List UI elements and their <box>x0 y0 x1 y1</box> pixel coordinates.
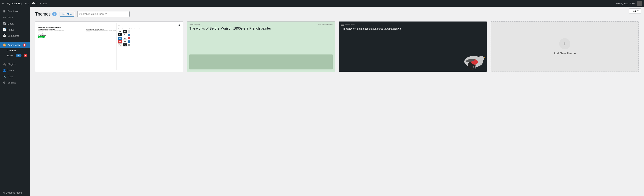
sidebar-item-editor[interactable]: Editor beta 2 <box>5 53 30 58</box>
themes-count-badge: 3 <box>52 12 56 16</box>
svg-rect-0 <box>341 24 344 24</box>
media-icon: 🖼 <box>2 22 6 25</box>
help-button[interactable]: Help ▾ <box>629 9 641 14</box>
sidebar-item-dashboard[interactable]: ⊞ Dashboard <box>0 8 30 15</box>
updates-icon: ↻ <box>25 2 27 5</box>
add-new-theme-label: Add New Theme <box>554 52 576 55</box>
add-new-theme-card[interactable]: + Add New Theme <box>491 21 639 72</box>
appearance-badge: 1 <box>23 43 26 47</box>
appearance-submenu: Themes Editor beta 2 <box>0 48 30 58</box>
chevron-down-icon: ▾ <box>637 10 638 12</box>
comment-icon: 💬 <box>32 2 35 5</box>
theme-name-tt2: Twenty Twenty-Two <box>339 72 487 72</box>
pages-icon: 📄 <box>2 28 6 31</box>
wp-logo[interactable]: ⊕ <box>2 2 4 5</box>
top-bar: ⊕ My Great Blog ↻ 1 💬 0 + New Howdy, dee… <box>0 0 644 7</box>
theme-card-tt1[interactable]: TWENTY TWENTY-ONE ABOUT WORK BLOG CONTAC… <box>187 21 335 72</box>
theme-name-tt1: Twenty Twenty-One <box>187 72 335 72</box>
sidebar-item-comments[interactable]: 💬 Comments <box>0 33 30 39</box>
svg-rect-1 <box>341 25 344 25</box>
themes-header: Themes 3 Add New <box>35 11 639 17</box>
sidebar-item-pages[interactable]: 📄 Pages <box>0 27 30 33</box>
theme-card-tt2[interactable]: About Birds All Posts The Hatchery: a bl… <box>339 21 487 72</box>
svg-point-4 <box>478 56 484 62</box>
updates-item[interactable]: ↻ 1 <box>25 2 29 5</box>
editor-beta-badge: beta <box>16 54 22 57</box>
svg-rect-2 <box>341 25 344 26</box>
sidebar: ⊞ Dashboard ✏ Posts 🖼 Media 📄 Pages 💬 Co… <box>0 7 30 196</box>
collapse-menu-button[interactable]: ◀ Collapse menu <box>0 189 30 196</box>
sidebar-item-appearance[interactable]: 🎨 Appearance 1 <box>0 42 30 48</box>
sidebar-item-users[interactable]: 👤 Users <box>0 67 30 73</box>
users-icon: 👤 <box>2 68 6 72</box>
sidebar-item-themes[interactable]: Themes <box>5 48 30 53</box>
avatar <box>637 1 642 6</box>
add-plus-icon: + <box>559 38 570 49</box>
sidebar-item-media[interactable]: 🖼 Media <box>0 21 30 27</box>
comments-icon: 💬 <box>2 34 6 38</box>
theme-card-tt3-footer: Active: Twenty Twenty-Three Customize <box>35 72 183 72</box>
theme-preview-tt2: About Birds All Posts The Hatchery: a bl… <box>339 22 487 72</box>
theme-card-tt3[interactable]: FYS About Books All Posts Mindblown: a b… <box>35 21 183 72</box>
howdy-text: Howdy, dee35007 <box>616 2 635 5</box>
comments-item[interactable]: 💬 0 <box>32 2 37 5</box>
new-content-button[interactable]: + New <box>40 2 47 5</box>
themes-grid: FYS About Books All Posts Mindblown: a b… <box>35 21 639 72</box>
theme-preview-tt3: FYS About Books All Posts Mindblown: a b… <box>35 22 183 72</box>
collapse-icon: ◀ <box>2 191 4 194</box>
theme-preview-tt1: TWENTY TWENTY-ONE ABOUT WORK BLOG CONTAC… <box>187 22 335 72</box>
search-input[interactable] <box>77 11 130 17</box>
dashboard-icon: ⊞ <box>2 10 6 13</box>
sidebar-item-posts[interactable]: ✏ Posts <box>0 15 30 21</box>
sidebar-item-settings[interactable]: ⚙ Settings <box>0 79 30 86</box>
posts-icon: ✏ <box>2 16 6 19</box>
appearance-icon: 🎨 <box>2 43 6 47</box>
site-name[interactable]: My Great Blog <box>7 2 22 5</box>
main-content: Help ▾ Themes 3 Add New FYS <box>30 7 644 196</box>
page-title: Themes 3 <box>35 12 56 17</box>
editor-num-badge: 2 <box>24 54 27 57</box>
sidebar-item-plugins[interactable]: 🔌 Plugins <box>0 61 30 67</box>
settings-icon: ⚙ <box>2 81 6 84</box>
add-new-button[interactable]: Add New <box>60 12 74 17</box>
sidebar-item-tools[interactable]: 🔧 Tools <box>0 73 30 79</box>
plugins-icon: 🔌 <box>2 62 6 66</box>
tools-icon: 🔧 <box>2 75 6 78</box>
